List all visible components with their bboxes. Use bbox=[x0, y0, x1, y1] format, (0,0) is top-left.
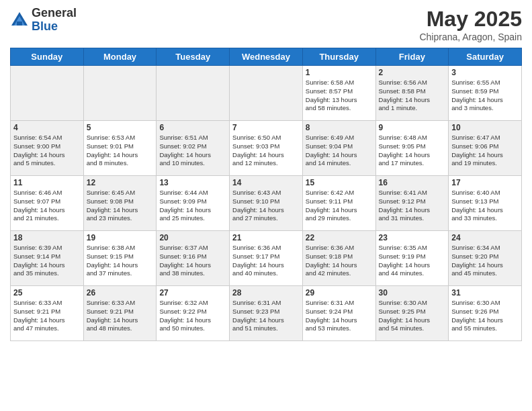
day-number: 16 bbox=[379, 178, 446, 187]
day-cell: 16Sunrise: 6:41 AM Sunset: 9:12 PM Dayli… bbox=[375, 176, 449, 231]
calendar-table: SundayMondayTuesdayWednesdayThursdayFrid… bbox=[10, 48, 522, 341]
day-number: 7 bbox=[232, 123, 300, 132]
day-cell: 11Sunrise: 6:46 AM Sunset: 9:07 PM Dayli… bbox=[11, 176, 84, 231]
day-info: Sunrise: 6:44 AM Sunset: 9:09 PM Dayligh… bbox=[159, 189, 226, 223]
day-info: Sunrise: 6:35 AM Sunset: 9:19 PM Dayligh… bbox=[379, 244, 446, 278]
day-cell: 15Sunrise: 6:42 AM Sunset: 9:11 PM Dayli… bbox=[302, 176, 375, 231]
day-cell bbox=[83, 66, 157, 121]
day-info: Sunrise: 6:50 AM Sunset: 9:03 PM Dayligh… bbox=[232, 134, 300, 168]
week-row-4: 25Sunrise: 6:33 AM Sunset: 9:21 PM Dayli… bbox=[11, 286, 522, 341]
day-cell bbox=[157, 66, 230, 121]
day-number: 3 bbox=[451, 68, 519, 77]
day-info: Sunrise: 6:41 AM Sunset: 9:12 PM Dayligh… bbox=[379, 189, 446, 223]
week-row-1: 4Sunrise: 6:54 AM Sunset: 9:00 PM Daylig… bbox=[11, 121, 522, 176]
day-cell: 30Sunrise: 6:30 AM Sunset: 9:25 PM Dayli… bbox=[375, 286, 449, 341]
day-cell: 29Sunrise: 6:31 AM Sunset: 9:24 PM Dayli… bbox=[302, 286, 375, 341]
month-title: May 2025 bbox=[419, 7, 522, 32]
day-cell bbox=[230, 66, 303, 121]
day-number: 25 bbox=[13, 288, 81, 298]
logo-text: General Blue bbox=[32, 7, 77, 34]
header-cell-monday: Monday bbox=[83, 48, 157, 66]
week-row-2: 11Sunrise: 6:46 AM Sunset: 9:07 PM Dayli… bbox=[11, 176, 522, 231]
day-info: Sunrise: 6:36 AM Sunset: 9:18 PM Dayligh… bbox=[306, 244, 373, 278]
day-cell: 28Sunrise: 6:31 AM Sunset: 9:23 PM Dayli… bbox=[230, 286, 303, 341]
day-info: Sunrise: 6:49 AM Sunset: 9:04 PM Dayligh… bbox=[306, 134, 373, 168]
title-block: May 2025 Chiprana, Aragon, Spain bbox=[419, 7, 522, 42]
day-cell: 23Sunrise: 6:35 AM Sunset: 9:19 PM Dayli… bbox=[375, 231, 449, 286]
day-cell: 1Sunrise: 6:58 AM Sunset: 8:57 PM Daylig… bbox=[302, 66, 375, 121]
day-number: 10 bbox=[451, 123, 519, 132]
day-number: 26 bbox=[87, 288, 154, 298]
day-info: Sunrise: 6:58 AM Sunset: 8:57 PM Dayligh… bbox=[306, 79, 373, 113]
day-number: 8 bbox=[306, 123, 373, 132]
day-cell: 5Sunrise: 6:53 AM Sunset: 9:01 PM Daylig… bbox=[83, 121, 157, 176]
logo-blue: Blue bbox=[32, 20, 77, 34]
day-info: Sunrise: 6:51 AM Sunset: 9:02 PM Dayligh… bbox=[159, 134, 226, 168]
header-cell-thursday: Thursday bbox=[302, 48, 375, 66]
day-info: Sunrise: 6:40 AM Sunset: 9:13 PM Dayligh… bbox=[451, 189, 519, 223]
day-cell: 31Sunrise: 6:30 AM Sunset: 9:26 PM Dayli… bbox=[449, 286, 522, 341]
header-row: SundayMondayTuesdayWednesdayThursdayFrid… bbox=[11, 48, 522, 66]
day-number: 28 bbox=[232, 288, 300, 298]
day-info: Sunrise: 6:33 AM Sunset: 9:21 PM Dayligh… bbox=[87, 299, 154, 333]
day-cell: 7Sunrise: 6:50 AM Sunset: 9:03 PM Daylig… bbox=[230, 121, 303, 176]
day-cell: 19Sunrise: 6:38 AM Sunset: 9:15 PM Dayli… bbox=[83, 231, 157, 286]
logo-icon bbox=[10, 11, 29, 30]
day-info: Sunrise: 6:55 AM Sunset: 8:59 PM Dayligh… bbox=[451, 79, 519, 113]
day-cell: 18Sunrise: 6:39 AM Sunset: 9:14 PM Dayli… bbox=[11, 231, 84, 286]
location: Chiprana, Aragon, Spain bbox=[419, 32, 522, 42]
day-cell: 26Sunrise: 6:33 AM Sunset: 9:21 PM Dayli… bbox=[83, 286, 157, 341]
day-cell: 12Sunrise: 6:45 AM Sunset: 9:08 PM Dayli… bbox=[83, 176, 157, 231]
day-number: 20 bbox=[159, 233, 226, 242]
day-number: 15 bbox=[306, 178, 373, 187]
day-number: 17 bbox=[451, 178, 519, 187]
day-cell: 2Sunrise: 6:56 AM Sunset: 8:58 PM Daylig… bbox=[375, 66, 449, 121]
day-info: Sunrise: 6:33 AM Sunset: 9:21 PM Dayligh… bbox=[13, 299, 81, 333]
day-cell: 27Sunrise: 6:32 AM Sunset: 9:22 PM Dayli… bbox=[157, 286, 230, 341]
day-number: 4 bbox=[13, 123, 81, 132]
day-number: 29 bbox=[306, 288, 373, 298]
day-number: 13 bbox=[159, 178, 226, 187]
day-number: 19 bbox=[87, 233, 154, 242]
day-cell: 24Sunrise: 6:34 AM Sunset: 9:20 PM Dayli… bbox=[449, 231, 522, 286]
day-info: Sunrise: 6:47 AM Sunset: 9:06 PM Dayligh… bbox=[451, 134, 519, 168]
day-cell: 10Sunrise: 6:47 AM Sunset: 9:06 PM Dayli… bbox=[449, 121, 522, 176]
day-info: Sunrise: 6:36 AM Sunset: 9:17 PM Dayligh… bbox=[232, 244, 300, 278]
day-number: 22 bbox=[306, 233, 373, 242]
day-cell: 9Sunrise: 6:48 AM Sunset: 9:05 PM Daylig… bbox=[375, 121, 449, 176]
day-info: Sunrise: 6:31 AM Sunset: 9:24 PM Dayligh… bbox=[306, 299, 373, 333]
day-cell: 22Sunrise: 6:36 AM Sunset: 9:18 PM Dayli… bbox=[302, 231, 375, 286]
header-cell-saturday: Saturday bbox=[449, 48, 522, 66]
day-info: Sunrise: 6:30 AM Sunset: 9:26 PM Dayligh… bbox=[451, 299, 519, 333]
day-info: Sunrise: 6:54 AM Sunset: 9:00 PM Dayligh… bbox=[13, 134, 81, 168]
week-row-0: 1Sunrise: 6:58 AM Sunset: 8:57 PM Daylig… bbox=[11, 66, 522, 121]
day-cell: 25Sunrise: 6:33 AM Sunset: 9:21 PM Dayli… bbox=[11, 286, 84, 341]
day-info: Sunrise: 6:30 AM Sunset: 9:25 PM Dayligh… bbox=[379, 299, 446, 333]
day-number: 31 bbox=[451, 288, 519, 298]
day-info: Sunrise: 6:53 AM Sunset: 9:01 PM Dayligh… bbox=[87, 134, 154, 168]
day-info: Sunrise: 6:46 AM Sunset: 9:07 PM Dayligh… bbox=[13, 189, 81, 223]
day-number: 5 bbox=[87, 123, 154, 132]
day-cell: 20Sunrise: 6:37 AM Sunset: 9:16 PM Dayli… bbox=[157, 231, 230, 286]
day-cell: 13Sunrise: 6:44 AM Sunset: 9:09 PM Dayli… bbox=[157, 176, 230, 231]
day-cell: 8Sunrise: 6:49 AM Sunset: 9:04 PM Daylig… bbox=[302, 121, 375, 176]
week-row-3: 18Sunrise: 6:39 AM Sunset: 9:14 PM Dayli… bbox=[11, 231, 522, 286]
day-number: 12 bbox=[87, 178, 154, 187]
header-cell-tuesday: Tuesday bbox=[157, 48, 230, 66]
day-cell: 14Sunrise: 6:43 AM Sunset: 9:10 PM Dayli… bbox=[230, 176, 303, 231]
day-info: Sunrise: 6:37 AM Sunset: 9:16 PM Dayligh… bbox=[159, 244, 226, 278]
day-number: 1 bbox=[306, 68, 373, 77]
logo-general: General bbox=[32, 7, 77, 20]
day-number: 24 bbox=[451, 233, 519, 242]
day-info: Sunrise: 6:31 AM Sunset: 9:23 PM Dayligh… bbox=[232, 299, 300, 333]
day-info: Sunrise: 6:56 AM Sunset: 8:58 PM Dayligh… bbox=[379, 79, 446, 113]
day-number: 23 bbox=[379, 233, 446, 242]
day-number: 6 bbox=[159, 123, 226, 132]
day-cell: 17Sunrise: 6:40 AM Sunset: 9:13 PM Dayli… bbox=[449, 176, 522, 231]
day-info: Sunrise: 6:45 AM Sunset: 9:08 PM Dayligh… bbox=[87, 189, 154, 223]
day-number: 30 bbox=[379, 288, 446, 298]
day-info: Sunrise: 6:42 AM Sunset: 9:11 PM Dayligh… bbox=[306, 189, 373, 223]
day-number: 9 bbox=[379, 123, 446, 132]
header-cell-sunday: Sunday bbox=[11, 48, 84, 66]
day-cell: 4Sunrise: 6:54 AM Sunset: 9:00 PM Daylig… bbox=[11, 121, 84, 176]
